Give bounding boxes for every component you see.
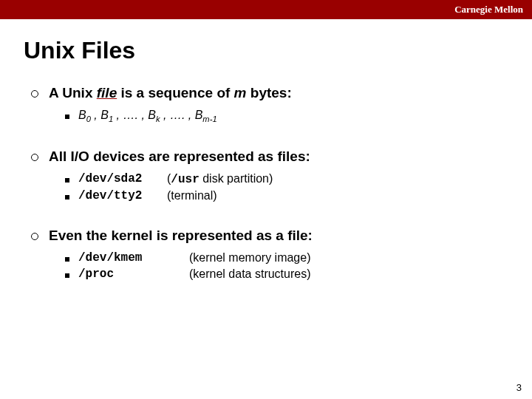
seq-dots: , …. , bbox=[160, 109, 195, 121]
sub-bullet-icon bbox=[65, 195, 69, 200]
seq-idx: m-1 bbox=[202, 115, 216, 123]
byte-sequence: B0 , B1 , …. , Bk , …. , Bm-1 bbox=[78, 109, 217, 123]
seq-b: B bbox=[78, 109, 86, 121]
bullet-1-text: A Unix file is a sequence of m bytes: bbox=[49, 85, 292, 101]
dev-path: /proc bbox=[78, 267, 189, 281]
dev-path: /dev/tty2 bbox=[78, 189, 167, 202]
seq-dots: , …. , bbox=[113, 109, 148, 121]
bullet-list: A Unix file is a sequence of m bytes: B0… bbox=[24, 85, 508, 281]
seq-b: B bbox=[195, 109, 203, 121]
sub-bullet-icon bbox=[65, 115, 69, 119]
sub-list-item: B0 , B1 , …. , Bk , …. , Bm-1 bbox=[65, 109, 508, 123]
bullet-icon bbox=[31, 90, 38, 98]
dev-entry: /proc (kernel data structures) bbox=[78, 267, 311, 281]
top-bar: Carnegie Mellon bbox=[0, 0, 532, 19]
dev-path: /dev/sda2 bbox=[78, 172, 167, 186]
dev-entry: /dev/kmem (kernel memory image) bbox=[78, 251, 310, 265]
bullet-icon bbox=[31, 233, 38, 240]
brand-label: Carnegie Mellon bbox=[454, 4, 523, 16]
list-item: Even the kernel is represented as a file… bbox=[31, 228, 508, 281]
sub-list-item: /dev/kmem (kernel memory image) bbox=[65, 251, 508, 265]
slide-title: Unix Files bbox=[24, 37, 508, 64]
bullet-icon bbox=[31, 154, 38, 161]
sub-list-item: /proc (kernel data structures) bbox=[65, 267, 508, 281]
text-emphasis: file bbox=[97, 85, 117, 100]
text-var: m bbox=[234, 85, 247, 100]
seq-b: B bbox=[100, 109, 109, 121]
dev-desc: (kernel memory image) bbox=[189, 251, 310, 265]
list-item: All I/O devices are represented as files… bbox=[31, 149, 508, 202]
sub-bullet-icon bbox=[65, 257, 69, 262]
page-number: 3 bbox=[516, 382, 522, 393]
seq-b: B bbox=[148, 109, 156, 121]
seq-sep: , bbox=[91, 109, 100, 121]
bullet-2-text: All I/O devices are represented as files… bbox=[49, 149, 310, 165]
bullet-3-text: Even the kernel is represented as a file… bbox=[49, 228, 313, 244]
text-fragment: A Unix bbox=[49, 85, 97, 100]
dev-path: /dev/kmem bbox=[78, 251, 189, 265]
dev-desc: (kernel data structures) bbox=[189, 267, 311, 281]
dev-entry: /dev/tty2 (terminal) bbox=[78, 189, 217, 202]
code-fragment: /usr bbox=[171, 173, 199, 186]
text-fragment: is a sequence of bbox=[117, 85, 233, 100]
text-fragment: disk partition) bbox=[200, 172, 273, 185]
sub-list-item: /dev/tty2 (terminal) bbox=[65, 189, 508, 202]
list-item: A Unix file is a sequence of m bytes: B0… bbox=[31, 85, 508, 123]
dev-entry: /dev/sda2 (/usr disk partition) bbox=[78, 172, 273, 186]
sub-bullet-icon bbox=[65, 178, 69, 183]
text-fragment: bytes: bbox=[247, 85, 292, 100]
slide-content: Unix Files A Unix file is a sequence of … bbox=[0, 19, 532, 281]
dev-desc: (terminal) bbox=[167, 189, 217, 202]
dev-desc: (/usr disk partition) bbox=[167, 172, 273, 186]
sub-list-item: /dev/sda2 (/usr disk partition) bbox=[65, 172, 508, 186]
sub-bullet-icon bbox=[65, 273, 69, 278]
